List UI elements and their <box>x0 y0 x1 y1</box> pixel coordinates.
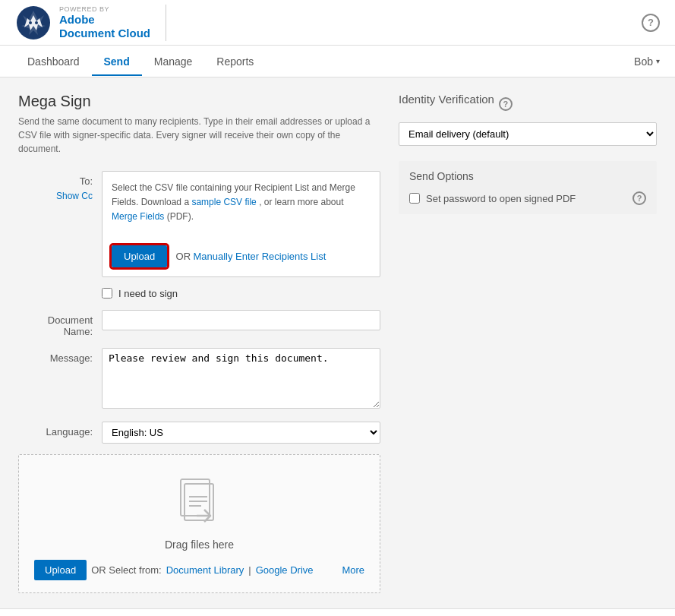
upload-file-button[interactable]: Upload <box>34 560 87 580</box>
file-upload-zone[interactable]: Drag files here Upload OR Select from: D… <box>18 454 380 593</box>
need-to-sign-row: I need to sign <box>18 288 380 299</box>
brand-name: Adobe Document Cloud <box>59 13 150 40</box>
need-to-sign-checkbox[interactable] <box>102 288 112 299</box>
language-label: Language: <box>18 422 102 438</box>
right-panel: Identity Verification ? Email delivery (… <box>399 93 657 593</box>
manual-entry-link[interactable]: Manually Enter Recipients List <box>193 251 326 262</box>
header: POWERED BY Adobe Document Cloud ? <box>0 0 675 46</box>
logo-text: POWERED BY Adobe Document Cloud <box>59 5 150 40</box>
user-menu[interactable]: Bob <box>634 55 660 68</box>
or-text: OR <box>176 251 191 262</box>
upload-zone-footer: Upload OR Select from: Document Library … <box>34 560 364 580</box>
page-title: Mega Sign <box>18 93 380 110</box>
nav-reports[interactable]: Reports <box>204 48 266 75</box>
recipients-description: Select the CSV file containing your Reci… <box>102 171 380 277</box>
document-name-field <box>102 310 380 330</box>
message-textarea[interactable]: Please review and sign this document. <box>102 348 380 409</box>
document-library-link[interactable]: Document Library <box>166 564 244 576</box>
to-field-row: To: Show Cc Select the CSV file containi… <box>18 171 380 277</box>
message-label: Message: <box>18 348 102 364</box>
main-nav: Dashboard Send Manage Reports Bob <box>0 46 675 77</box>
google-drive-link[interactable]: Google Drive <box>256 564 314 576</box>
nav-manage[interactable]: Manage <box>142 48 205 75</box>
upload-recipients-button[interactable]: Upload <box>112 245 167 267</box>
header-help[interactable]: ? <box>642 14 660 32</box>
identity-section-title: Identity Verification <box>399 93 494 106</box>
send-options-title: Send Options <box>409 170 646 182</box>
show-cc-link[interactable]: Show Cc <box>56 191 93 201</box>
pipe-separator: | <box>248 564 251 576</box>
to-label: To: Show Cc <box>18 171 102 201</box>
recipients-box: Select the CSV file containing your Reci… <box>102 171 380 277</box>
logo-area: POWERED BY Adobe Document Cloud <box>15 5 166 41</box>
or-select-text: OR Select from: <box>91 564 161 576</box>
language-row: Language: English: US French German Span… <box>18 422 380 444</box>
document-name-row: Document Name: <box>18 310 380 337</box>
send-options-panel: Send Options Set password to open signed… <box>399 161 657 214</box>
nav-dashboard[interactable]: Dashboard <box>15 48 92 75</box>
document-name-input[interactable] <box>102 310 380 330</box>
drag-files-text: Drag files here <box>34 539 364 551</box>
left-panel: Mega Sign Send the same document to many… <box>18 93 380 593</box>
main-content: Mega Sign Send the same document to many… <box>0 77 675 608</box>
svg-point-3 <box>35 21 38 24</box>
sample-csv-link[interactable]: sample CSV file <box>191 197 256 207</box>
password-option-help[interactable]: ? <box>632 191 646 205</box>
identity-help-button[interactable]: ? <box>499 97 513 111</box>
powered-by-text: POWERED BY <box>59 5 150 13</box>
password-option-label: Set password to open signed PDF <box>426 193 626 204</box>
merge-fields-link[interactable]: Merge Fields <box>112 211 164 222</box>
page-description: Send the same document to many recipient… <box>18 115 380 156</box>
language-field: English: US French German Spanish Japane… <box>102 422 380 444</box>
help-button[interactable]: ? <box>642 14 660 32</box>
wolf-logo-icon <box>15 5 52 41</box>
footer-bar: Preview, position signatures or add form… <box>0 608 675 616</box>
document-name-label: Document Name: <box>18 310 102 337</box>
more-sources-link[interactable]: More <box>342 564 364 576</box>
password-option-checkbox[interactable] <box>409 193 420 204</box>
drag-files-icon <box>34 478 364 531</box>
message-field: Please review and sign this document. <box>102 348 380 411</box>
svg-point-2 <box>29 21 32 24</box>
nav-send[interactable]: Send <box>92 48 142 75</box>
identity-verification-select[interactable]: Email delivery (default) Knowledge-Based… <box>399 122 657 146</box>
message-row: Message: Please review and sign this doc… <box>18 348 380 411</box>
need-to-sign-label: I need to sign <box>118 288 178 299</box>
password-option-row: Set password to open signed PDF ? <box>409 191 646 205</box>
language-select[interactable]: English: US French German Spanish Japane… <box>102 422 380 444</box>
